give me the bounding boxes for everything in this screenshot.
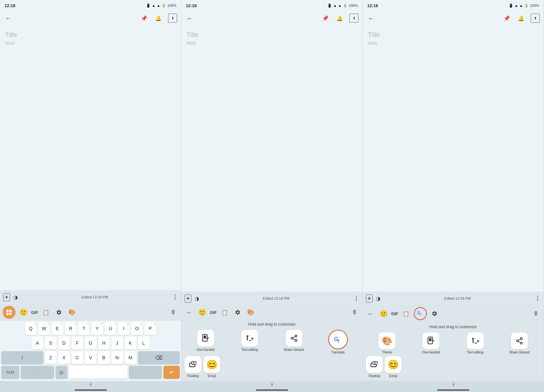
- customize-item-floating-2[interactable]: Floating: [185, 356, 201, 378]
- more-button-2[interactable]: [353, 295, 359, 302]
- key-A[interactable]: A: [32, 337, 43, 350]
- more-button-3[interactable]: [535, 295, 540, 302]
- mic-button-1[interactable]: 🎙: [168, 307, 178, 317]
- key-J[interactable]: J: [111, 337, 123, 350]
- mic-button-3[interactable]: 🎙: [531, 308, 541, 319]
- pin-button-2[interactable]: 📌: [321, 14, 330, 23]
- key-R[interactable]: 4R: [65, 322, 76, 335]
- clipboard-button-2[interactable]: 📋: [220, 307, 230, 317]
- back-button-3[interactable]: ←: [367, 14, 376, 23]
- key-D[interactable]: D: [58, 337, 70, 350]
- key-U[interactable]: 7U: [105, 322, 116, 335]
- theme-button-1[interactable]: 🎨: [67, 307, 77, 317]
- sticker-button-3[interactable]: 🙂: [378, 308, 389, 319]
- key-V[interactable]: V: [85, 351, 96, 364]
- key-N[interactable]: N: [111, 351, 123, 364]
- key-Y[interactable]: 6Y: [91, 322, 103, 335]
- gif-button-3[interactable]: GIF: [391, 311, 398, 316]
- customize-item-share-3[interactable]: Share Gboard: [498, 332, 540, 354]
- app-bar-3: ← 📌 🔔 ⬆: [363, 10, 544, 26]
- clipboard-button-3[interactable]: 📋: [401, 308, 411, 319]
- save-button-3[interactable]: ⬆: [531, 14, 540, 23]
- key-emoji-1[interactable]: ☺: [56, 366, 67, 379]
- customize-item-text-editing-2[interactable]: Text editing: [229, 330, 271, 354]
- clipboard-button-1[interactable]: 📋: [41, 307, 51, 317]
- share-icon-2: [286, 330, 302, 347]
- palette-icon-3[interactable]: ◑: [376, 295, 380, 302]
- customize-item-translate-2[interactable]: G T Translate: [317, 330, 359, 354]
- key-period[interactable]: .: [129, 366, 162, 379]
- chevron-down-1[interactable]: ∨: [0, 381, 181, 387]
- customize-item-floating-3[interactable]: Floating: [366, 356, 383, 378]
- svg-line-15: [293, 337, 295, 338]
- pin-button-3[interactable]: 📌: [502, 14, 511, 23]
- mic-button-2[interactable]: 🎙: [349, 307, 360, 317]
- sticker-button-1[interactable]: 🙂: [18, 307, 28, 317]
- add-icon-1[interactable]: +: [3, 293, 10, 301]
- key-enter[interactable]: ↵: [164, 366, 180, 379]
- add-icon-3[interactable]: +: [366, 294, 373, 303]
- key-B[interactable]: B: [98, 351, 110, 364]
- settings-button-2[interactable]: [232, 307, 243, 317]
- key-K[interactable]: K: [125, 337, 136, 350]
- key-C[interactable]: C: [72, 351, 83, 364]
- key-num-switch[interactable]: ?123: [1, 366, 19, 379]
- key-H[interactable]: H: [98, 337, 110, 350]
- key-backspace[interactable]: ⌫: [138, 351, 180, 364]
- add-icon-2[interactable]: +: [185, 294, 191, 303]
- customize-item-one-handed-2[interactable]: One-handed: [185, 330, 227, 354]
- customize-grid-row2-2: Floating 😊 Emoji: [183, 356, 361, 380]
- settings-button-1[interactable]: [54, 307, 64, 317]
- key-G[interactable]: G: [85, 337, 96, 350]
- translate-button-3[interactable]: G T: [414, 307, 427, 320]
- pin-button-1[interactable]: 📌: [140, 14, 149, 23]
- customize-item-theme-3[interactable]: 🎨 Theme: [366, 332, 408, 354]
- back-button-2[interactable]: ←: [185, 14, 194, 23]
- bell-button-3[interactable]: 🔔: [516, 14, 526, 23]
- key-comma[interactable]: ,: [21, 366, 54, 379]
- gif-button-1[interactable]: GIF: [31, 310, 38, 315]
- customize-item-emoji-2[interactable]: 😊 Emoji: [203, 356, 220, 378]
- more-button-1[interactable]: [172, 294, 178, 301]
- key-S[interactable]: S: [45, 337, 57, 350]
- bell-button-1[interactable]: 🔔: [154, 14, 163, 23]
- palette-icon-1[interactable]: ◑: [13, 294, 18, 300]
- back-button-1[interactable]: ←: [4, 14, 13, 23]
- theme-button-2[interactable]: 🎨: [245, 307, 256, 317]
- settings-button-3[interactable]: [429, 308, 440, 319]
- key-Q[interactable]: 1Q: [25, 322, 37, 335]
- key-O[interactable]: 9O: [131, 322, 143, 335]
- svg-rect-1: [9, 310, 12, 312]
- save-button-2[interactable]: ⬆: [349, 14, 358, 23]
- key-W[interactable]: 2W: [38, 322, 50, 335]
- back-keyboard-3[interactable]: ←: [365, 308, 376, 319]
- key-X[interactable]: X: [58, 351, 70, 364]
- key-I[interactable]: 8I: [118, 322, 130, 335]
- panel-2: 12:18 📱 ▲ ▲ 🔋 100% ← 📌 🔔 ⬆ Title Note + …: [181, 0, 363, 392]
- key-Z[interactable]: Z: [45, 351, 57, 364]
- apps-button-1[interactable]: [3, 306, 16, 319]
- key-L[interactable]: L: [138, 337, 150, 350]
- customize-item-share-2[interactable]: Share Gboard: [273, 330, 315, 354]
- bell-button-2[interactable]: 🔔: [335, 14, 344, 23]
- save-button-1[interactable]: ⬆: [168, 14, 177, 23]
- chevron-down-3[interactable]: ∨: [363, 381, 544, 387]
- customize-item-emoji-3[interactable]: 😊 Emoji: [385, 356, 402, 378]
- key-E[interactable]: 3E: [51, 322, 63, 335]
- gif-button-2[interactable]: GIF: [210, 310, 217, 315]
- key-space[interactable]: [69, 366, 127, 379]
- customize-item-text-editing-3[interactable]: Text editing: [454, 332, 496, 354]
- back-keyboard-2[interactable]: ←: [184, 307, 194, 317]
- customize-item-one-handed-3[interactable]: One-handed: [410, 332, 452, 354]
- key-shift[interactable]: ↑: [1, 351, 43, 364]
- sticker-button-2[interactable]: 🙂: [197, 307, 207, 317]
- key-T[interactable]: 5T: [78, 322, 90, 335]
- status-bar-3: 12:18 📱 ▲ ▲ 🔋 100%: [363, 0, 544, 10]
- status-time-2: 12:18: [186, 3, 197, 8]
- key-M[interactable]: M: [125, 351, 136, 364]
- key-F[interactable]: F: [72, 337, 83, 350]
- palette-icon-2[interactable]: ◑: [195, 295, 199, 302]
- status-bar-2: 12:18 📱 ▲ ▲ 🔋 100%: [181, 0, 362, 10]
- chevron-down-2[interactable]: ∨: [181, 381, 362, 387]
- key-P[interactable]: 0P: [144, 322, 156, 335]
